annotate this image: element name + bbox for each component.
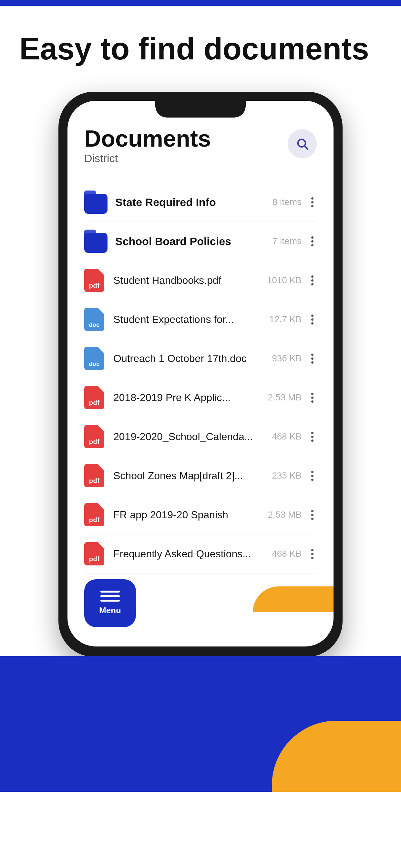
more-dot [311,275,313,278]
status-bar [0,0,401,6]
menu-fab-button[interactable]: Menu [84,579,136,627]
item-meta: 468 KB [272,431,302,442]
list-item[interactable]: pdf School Zones Map[draft 2]... 235 KB [84,456,317,495]
menu-line-2 [100,595,120,597]
item-meta: 2.53 MB [268,509,302,520]
more-dot [311,318,313,321]
page-headline: Easy to find documents [19,32,382,66]
pdf-file-icon: pdf [84,425,104,448]
more-dot [311,432,313,434]
item-name: Student Expectations for... [113,314,269,326]
more-dot [311,322,313,324]
more-dot [311,478,313,481]
list-item[interactable]: pdf FR app 2019-20 Spanish 2.53 MB [84,495,317,534]
item-name: State Required Info [115,196,273,209]
phone-mockup: Documents District [58,92,343,657]
phone-screen: Documents District [67,101,334,647]
menu-label: Menu [99,606,121,616]
more-options-button[interactable] [308,272,317,289]
more-options-button[interactable] [308,390,317,406]
item-name: 2019-2020_School_Calenda... [113,431,272,443]
pdf-file-icon: pdf [84,542,104,565]
more-options-button[interactable] [308,311,317,328]
menu-line-1 [100,591,120,593]
page-footer [0,656,401,792]
list-item[interactable]: pdf 2019-2020_School_Calenda... 468 KB [84,417,317,456]
phone-notch [155,101,246,118]
more-dot [311,475,313,477]
list-item[interactable]: doc Student Expectations for... 12.7 KB [84,300,317,339]
item-meta: 235 KB [272,470,302,481]
svg-line-1 [305,146,308,149]
more-dot [311,518,313,520]
item-meta: 8 items [273,197,302,207]
item-name: 2018-2019 Pre K Applic... [113,392,268,404]
list-item[interactable]: doc Outreach 1 October 17th.doc 936 KB [84,339,317,378]
document-list: State Required Info 8 items School Board… [84,183,317,574]
screen-header: Documents District [84,127,317,165]
more-dot [311,393,313,395]
list-item[interactable]: pdf 2018-2019 Pre K Applic... 2.53 MB [84,378,317,417]
more-dot [311,283,313,285]
pdf-file-icon: pdf [84,503,104,526]
item-name: School Zones Map[draft 2]... [113,470,272,482]
item-name: FR app 2019-20 Spanish [113,509,268,521]
folder-icon [84,190,107,214]
more-dot [311,244,313,246]
item-name: Student Handbooks.pdf [113,275,267,286]
item-meta: 2.53 MB [268,392,302,403]
screen-content: Documents District [67,101,334,587]
search-icon [296,137,309,150]
more-dot [311,201,313,204]
more-dot [311,361,313,364]
more-dot [311,358,313,360]
more-dot [311,205,313,207]
more-options-button[interactable] [308,194,317,211]
list-item[interactable]: pdf Frequently Asked Questions... 468 KB [84,534,317,574]
pdf-file-icon: pdf [84,269,104,292]
list-item[interactable]: School Board Policies 7 items [84,222,317,261]
list-item[interactable]: pdf Student Handbooks.pdf 1010 KB [84,261,317,300]
more-dot [311,471,313,473]
more-options-button[interactable] [308,350,317,367]
more-dot [311,240,313,243]
item-name: School Board Policies [115,235,273,248]
pdf-file-icon: pdf [84,464,104,487]
screen-subtitle: District [84,152,211,165]
more-dot [311,553,313,555]
folder-icon [84,229,107,253]
item-name: Outreach 1 October 17th.doc [113,352,272,365]
menu-line-3 [100,600,120,601]
list-item[interactable]: State Required Info 8 items [84,183,317,222]
doc-file-icon: doc [84,308,104,331]
more-options-button[interactable] [308,233,317,250]
item-meta: 936 KB [272,353,302,364]
more-options-button[interactable] [308,546,317,562]
phone-wrapper: Documents District [19,92,382,657]
more-dot [311,397,313,399]
item-meta: 12.7 KB [269,314,302,324]
more-options-button[interactable] [308,468,317,484]
main-area: Easy to find documents Documents Distric… [0,6,401,657]
search-button[interactable] [288,129,317,158]
doc-file-icon: doc [84,347,104,370]
screen-title: Documents [84,127,211,151]
more-dot [311,510,313,512]
more-dot [311,514,313,516]
more-dot [311,353,313,356]
more-dot [311,557,313,559]
more-dot [311,400,313,403]
more-dot [311,197,313,199]
more-dot [311,549,313,551]
header-titles: Documents District [84,127,211,165]
more-options-button[interactable] [308,429,317,445]
more-dot [311,439,313,442]
more-dot [311,237,313,239]
item-name: Frequently Asked Questions... [113,548,272,560]
pdf-file-icon: pdf [84,386,104,409]
item-meta: 1010 KB [267,275,302,285]
item-meta: 7 items [273,236,302,246]
more-dot [311,279,313,282]
item-meta: 468 KB [272,549,302,559]
more-options-button[interactable] [308,507,317,523]
